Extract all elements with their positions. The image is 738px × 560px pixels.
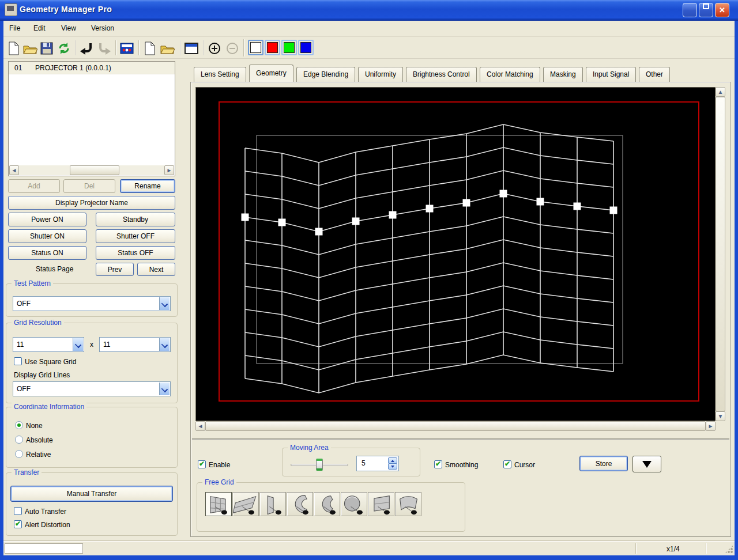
store-dropdown-button[interactable] <box>632 456 661 472</box>
tab-edge-blending[interactable]: Edge Blending <box>296 67 355 82</box>
grid-control-handle[interactable] <box>278 219 286 226</box>
status-off-button[interactable]: Status OFF <box>96 246 175 260</box>
rename-button[interactable]: Rename <box>120 179 175 193</box>
tab-color-matching[interactable]: Color Matching <box>480 67 540 82</box>
add-button[interactable]: Add <box>8 179 60 193</box>
coordinate-absolute-radio[interactable] <box>15 436 23 444</box>
test-pattern-blue-button[interactable] <box>298 40 314 55</box>
shutter-off-button[interactable]: Shutter OFF <box>96 229 175 243</box>
screen-flat-tilt-button[interactable] <box>232 492 259 516</box>
new-file-icon[interactable] <box>6 40 21 56</box>
grid-control-handle[interactable] <box>389 211 397 219</box>
coordinate-relative-radio[interactable] <box>15 450 23 458</box>
use-square-grid-checkbox[interactable] <box>14 357 22 365</box>
grid-control-handle[interactable] <box>500 190 507 198</box>
display-projector-name-button[interactable]: Display Projector Name <box>8 196 175 210</box>
spinner-down-arrow[interactable] <box>388 463 397 470</box>
grid-control-handle[interactable] <box>352 218 360 225</box>
power-on-button[interactable]: Power ON <box>8 213 86 226</box>
display-grid-lines-select[interactable]: OFF <box>13 381 171 396</box>
panel-config-icon[interactable] <box>119 40 134 56</box>
scroll-thumb[interactable] <box>205 421 706 431</box>
projector-list-hscrollbar[interactable]: ◄ ► <box>9 165 174 175</box>
screen-flat-front-button[interactable] <box>205 492 232 516</box>
maximize-button[interactable] <box>699 3 713 17</box>
refresh-icon[interactable] <box>56 40 71 56</box>
screen-flat-side-button[interactable] <box>259 492 286 516</box>
moving-area-slider-thumb[interactable] <box>316 459 323 471</box>
coordinate-none-radio[interactable] <box>15 421 23 429</box>
grid-control-handle[interactable] <box>574 203 581 210</box>
chevron-down-icon[interactable] <box>73 338 83 351</box>
scroll-up-arrow[interactable]: ▲ <box>716 87 725 97</box>
menu-view[interactable]: View <box>61 24 76 32</box>
screen-curve-tilt-button[interactable] <box>395 492 421 516</box>
tab-uniformity[interactable]: Uniformity <box>358 67 403 82</box>
tab-lens-setting[interactable]: Lens Setting <box>194 67 246 82</box>
menu-file[interactable]: File <box>9 24 20 32</box>
screen-dome-button[interactable] <box>341 492 367 516</box>
projector-list[interactable]: 01PROJECTOR 1 (0.0.0.1) ◄ ► <box>8 61 175 176</box>
tab-masking[interactable]: Masking <box>543 67 583 82</box>
smoothing-checkbox[interactable] <box>434 460 442 468</box>
tab-other[interactable]: Other <box>639 67 670 82</box>
status-page-prev-button[interactable]: Prev <box>96 263 134 276</box>
status-page-next-button[interactable]: Next <box>137 263 175 276</box>
resize-grip[interactable] <box>725 545 733 554</box>
canvas-vscrollbar[interactable]: ▲ ▼ <box>716 87 725 421</box>
scroll-left-arrow[interactable]: ◄ <box>9 165 19 175</box>
new-file-2-icon[interactable] <box>142 40 157 56</box>
store-button[interactable]: Store <box>579 456 628 471</box>
del-button[interactable]: Del <box>63 179 115 193</box>
chevron-down-icon[interactable] <box>159 383 170 395</box>
close-button[interactable]: ✕ <box>715 3 729 17</box>
auto-transfer-checkbox[interactable] <box>14 507 22 515</box>
grid-control-handle[interactable] <box>463 199 470 207</box>
grid-control-handle[interactable] <box>610 207 617 214</box>
test-pattern-white-button[interactable] <box>248 40 263 55</box>
scroll-right-arrow[interactable]: ► <box>706 421 716 431</box>
manual-transfer-button[interactable]: Manual Transfer <box>10 486 173 502</box>
scroll-left-arrow[interactable]: ◄ <box>195 421 205 431</box>
screen-curve-concave-2-button[interactable] <box>314 492 340 516</box>
canvas-hscrollbar[interactable]: ◄ ► <box>195 421 716 431</box>
geometry-canvas[interactable] <box>195 87 716 421</box>
test-pattern-select[interactable]: OFF <box>13 296 171 311</box>
cursor-checkbox[interactable] <box>503 460 511 468</box>
enable-checkbox[interactable] <box>198 460 206 468</box>
scroll-thumb[interactable] <box>716 97 725 411</box>
menu-edit[interactable]: Edit <box>33 24 46 32</box>
test-pattern-green-button[interactable] <box>281 40 297 55</box>
moving-area-spinner[interactable]: 5 <box>356 456 399 471</box>
grid-control-handle[interactable] <box>242 214 249 221</box>
grid-resolution-h-select[interactable]: 11 <box>13 337 84 352</box>
zoom-in-icon[interactable] <box>206 40 222 56</box>
test-pattern-red-button[interactable] <box>265 40 280 55</box>
status-on-button[interactable]: Status ON <box>8 246 86 260</box>
minimize-button[interactable]: _ <box>683 3 697 17</box>
undo-arrow-icon[interactable] <box>78 40 94 56</box>
standby-button[interactable]: Standby <box>96 213 175 226</box>
tab-geometry[interactable]: Geometry <box>249 65 293 82</box>
save-icon[interactable] <box>39 40 54 56</box>
chevron-down-icon[interactable] <box>159 297 170 310</box>
screen-curve-concave-button[interactable] <box>287 492 313 516</box>
shutter-on-button[interactable]: Shutter ON <box>8 229 86 243</box>
scroll-thumb[interactable] <box>70 165 119 175</box>
projector-list-item[interactable]: 01PROJECTOR 1 (0.0.0.1) <box>9 62 175 74</box>
open-folder-2-icon[interactable] <box>159 40 175 56</box>
tab-brightness-control[interactable]: Brightness Control <box>406 67 477 82</box>
grid-resolution-v-select[interactable]: 11 <box>99 337 171 352</box>
chevron-down-icon[interactable] <box>159 338 170 351</box>
screen-flat-rear-button[interactable] <box>368 492 394 516</box>
scroll-right-arrow[interactable]: ► <box>164 165 174 175</box>
menu-version[interactable]: Version <box>91 24 114 32</box>
scroll-down-arrow[interactable]: ▼ <box>716 411 725 421</box>
grid-control-handle[interactable] <box>315 228 323 236</box>
open-folder-icon[interactable] <box>22 40 37 56</box>
tab-input-signal[interactable]: Input Signal <box>586 67 636 82</box>
grid-control-handle[interactable] <box>426 205 434 213</box>
grid-control-handle[interactable] <box>537 198 544 206</box>
window-icon[interactable] <box>183 40 199 56</box>
alert-distortion-checkbox[interactable] <box>14 520 22 528</box>
